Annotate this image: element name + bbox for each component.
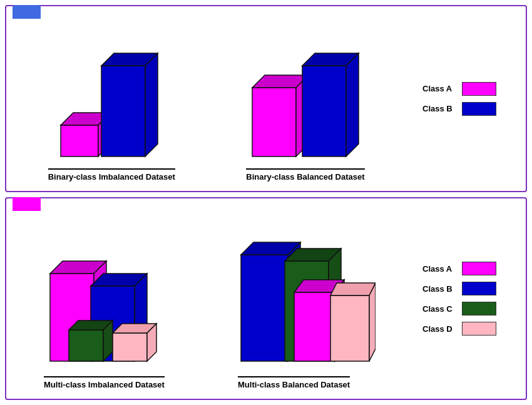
multi-legend-c-box — [462, 302, 496, 315]
svg-marker-30 — [294, 292, 335, 361]
main-container: Binary-class Imbalanced Dataset — [0, 0, 532, 405]
multi-legend-b-label: Class B — [422, 284, 457, 294]
multi-legend-c-label: Class C — [422, 304, 457, 314]
multi-balanced-label: Multi-class Balanced Dataset — [238, 376, 350, 389]
svg-marker-11 — [346, 53, 359, 156]
multi-imbalanced-label: Multi-class Imbalanced Dataset — [44, 376, 165, 389]
svg-marker-0 — [61, 125, 98, 156]
binary-legend-a-label: Class A — [422, 84, 457, 93]
svg-marker-6 — [252, 88, 296, 156]
multi-legend-a-label: Class A — [422, 264, 457, 274]
multi-legend-d-box — [462, 322, 496, 336]
multi-legend-d-label: Class D — [422, 324, 457, 334]
multi-balanced-diagram: Multi-class Balanced Dataset — [238, 223, 376, 389]
binary-panel-content: Binary-class Imbalanced Dataset — [6, 6, 526, 191]
binary-imbalanced-diagram: Binary-class Imbalanced Dataset — [48, 31, 175, 182]
multi-legend-a: Class A — [422, 262, 516, 275]
svg-marker-3 — [101, 66, 145, 156]
multi-legend-a-box — [462, 262, 496, 275]
binary-balanced-label: Binary-class Balanced Dataset — [246, 168, 364, 182]
multi-legend-c: Class C — [422, 302, 516, 315]
binary-diagrams-section: Binary-class Imbalanced Dataset — [6, 6, 413, 191]
multi-legend-b: Class B — [422, 282, 516, 295]
binary-legend-a: Class A — [422, 82, 516, 96]
binary-imbalanced-label: Binary-class Imbalanced Dataset — [48, 168, 175, 182]
multi-imbalanced-svg — [44, 223, 175, 374]
binary-panel: Binary-class Imbalanced Dataset — [5, 5, 527, 192]
multi-panel-content: Multi-class Imbalanced Dataset — [6, 198, 526, 399]
multi-legend: Class A Class B Class C Class D — [413, 255, 526, 342]
multi-imbalanced-diagram: Multi-class Imbalanced Dataset — [44, 223, 175, 389]
multi-panel: Multi-class Imbalanced Dataset — [5, 197, 527, 400]
binary-panel-tab — [13, 5, 41, 19]
binary-imbalanced-svg — [48, 31, 167, 166]
svg-marker-5 — [145, 53, 158, 156]
binary-legend-b-box — [462, 102, 496, 116]
multi-legend-b-box — [462, 282, 496, 295]
binary-legend-b-label: Class B — [422, 104, 457, 113]
svg-marker-35 — [369, 283, 376, 361]
binary-legend-a-box — [462, 82, 496, 96]
svg-marker-34 — [330, 283, 376, 295]
multi-balanced-svg — [238, 223, 376, 374]
binary-balanced-svg — [246, 31, 371, 166]
svg-marker-33 — [330, 295, 369, 361]
svg-marker-24 — [241, 255, 288, 361]
multi-panel-tab — [13, 197, 41, 211]
binary-balanced-diagram: Binary-class Balanced Dataset — [246, 31, 371, 182]
svg-marker-9 — [302, 66, 346, 156]
binary-legend: Class A Class B — [413, 76, 526, 122]
svg-marker-18 — [69, 330, 103, 361]
binary-legend-b: Class B — [422, 102, 516, 116]
multi-legend-d: Class D — [422, 322, 516, 336]
svg-marker-21 — [113, 333, 147, 361]
multi-diagrams-section: Multi-class Imbalanced Dataset — [6, 198, 413, 399]
